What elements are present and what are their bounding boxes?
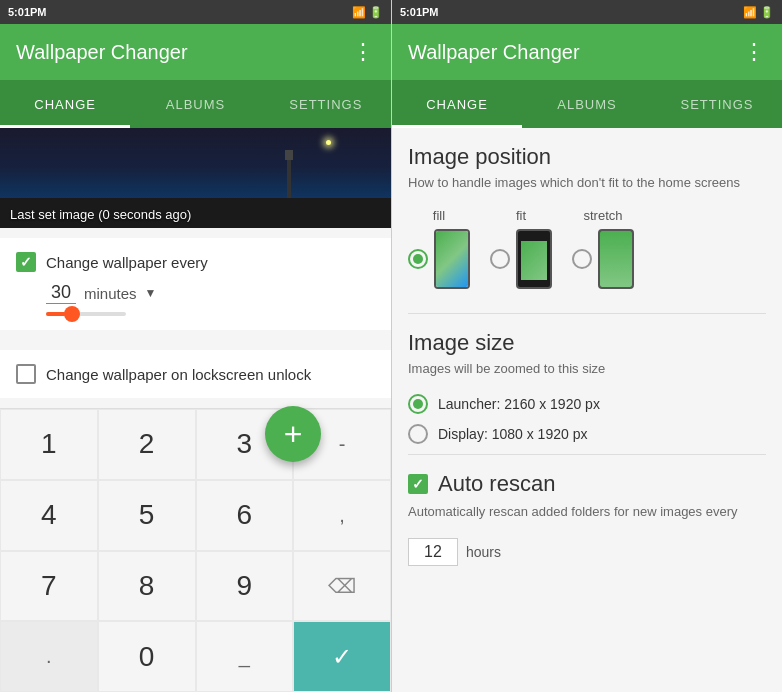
divider-2 [408,454,766,455]
left-panel: 5:01PM 📶 🔋 Wallpaper Changer ⋮ CHANGE AL… [0,0,391,692]
numpad: 1 2 3 - 4 5 6 , 7 8 9 ⌫ . 0 _ ✓ [0,408,391,692]
position-stretch-label: stretch [583,208,622,223]
change-every-card: Change wallpaper every 30 minutes ▼ [0,238,391,330]
fit-radio[interactable] [490,249,510,269]
key-5[interactable]: 5 [98,480,196,551]
backspace-icon: ⌫ [328,574,356,598]
status-time-right: 5:01PM [400,6,439,18]
key-0[interactable]: 0 [98,621,196,692]
battery-icon: 🔋 [369,6,383,19]
divider-1 [408,313,766,314]
status-bar-right: 5:01PM 📶 🔋 [392,0,782,24]
overflow-menu-right[interactable]: ⋮ [743,39,766,65]
tab-albums-right[interactable]: ALBUMS [522,80,652,128]
app-bar-right: Wallpaper Changer ⋮ [392,24,782,80]
key-comma[interactable]: , [293,480,391,551]
signal-icon: 📶 [743,6,757,19]
app-title-left: Wallpaper Changer [16,41,188,64]
fit-radio-row [490,229,552,289]
slider-track[interactable] [46,312,126,316]
image-size-desc: Images will be zoomed to this size [408,360,766,378]
auto-rescan-desc: Automatically rescan added folders for n… [408,503,766,521]
fill-radio-row [408,229,470,289]
interval-dropdown[interactable]: ▼ [145,286,157,300]
fit-phone [516,229,552,289]
fab-button[interactable]: + [265,406,321,462]
right-panel: 5:01PM 📶 🔋 Wallpaper Changer ⋮ CHANGE AL… [391,0,782,692]
preview-caption: Last set image (0 seconds ago) [10,207,191,222]
fill-radio[interactable] [408,249,428,269]
position-fill-label: fill [433,208,445,223]
auto-rescan-title: Auto rescan [438,471,555,497]
status-icons-left: 📶 🔋 [352,6,383,19]
auto-rescan-checkbox[interactable] [408,474,428,494]
image-position-title: Image position [408,144,766,170]
app-title-right: Wallpaper Changer [408,41,580,64]
key-backspace[interactable]: ⌫ [293,551,391,622]
image-position-desc: How to handle images which don't fit to … [408,174,766,192]
interval-row: 30 minutes ▼ [16,282,375,304]
interval-unit: minutes [84,285,137,302]
fab-icon: + [284,416,303,453]
status-bar-left: 5:01PM 📶 🔋 [0,0,391,24]
stretch-radio-row [572,229,634,289]
tab-albums-left[interactable]: ALBUMS [130,80,260,128]
key-8[interactable]: 8 [98,551,196,622]
key-6[interactable]: 6 [196,480,294,551]
done-icon: ✓ [332,643,352,671]
lights-decoration [326,140,331,145]
key-1[interactable]: 1 [0,409,98,480]
sim-icon: 📶 [352,6,366,19]
stretch-phone [598,229,634,289]
tabs-right: CHANGE ALBUMS SETTINGS [392,80,782,128]
hours-row: 12 hours [408,538,766,566]
change-every-checkbox[interactable] [16,252,36,272]
position-options: fill fit str [408,208,766,289]
display-label: Display: 1080 x 1920 px [438,426,587,442]
overflow-menu-left[interactable]: ⋮ [352,39,375,65]
stretch-radio[interactable] [572,249,592,269]
key-underscore[interactable]: _ [196,621,294,692]
key-done[interactable]: ✓ [293,621,391,692]
key-4[interactable]: 4 [0,480,98,551]
interval-value[interactable]: 30 [46,282,76,304]
lockscreen-row[interactable]: Change wallpaper on lockscreen unlock [16,364,375,384]
app-bar-left: Wallpaper Changer ⋮ [0,24,391,80]
display-option[interactable]: Display: 1080 x 1920 px [408,424,766,444]
launcher-option[interactable]: Launcher: 2160 x 1920 px [408,394,766,414]
status-icons-right: 📶 🔋 [743,6,774,19]
battery-icon-right: 🔋 [760,6,774,19]
key-2[interactable]: 2 [98,409,196,480]
tab-change-right[interactable]: CHANGE [392,80,522,128]
auto-rescan-row: Auto rescan [408,471,766,497]
change-every-row[interactable]: Change wallpaper every [16,252,375,272]
position-stretch[interactable]: stretch [572,208,634,289]
lockscreen-label: Change wallpaper on lockscreen unlock [46,366,311,383]
tabs-left: CHANGE ALBUMS SETTINGS [0,80,391,128]
hours-label: hours [466,544,501,560]
key-dot[interactable]: . [0,621,98,692]
key-7[interactable]: 7 [0,551,98,622]
slider-thumb[interactable] [64,306,80,322]
settings-content: Image position How to handle images whic… [392,128,782,692]
hours-input[interactable]: 12 [408,538,458,566]
wallpaper-preview: Last set image (0 seconds ago) [0,128,391,228]
tab-settings-right[interactable]: SETTINGS [652,80,782,128]
status-time-left: 5:01PM [8,6,47,18]
tab-change-left[interactable]: CHANGE [0,80,130,128]
position-fit-label: fit [516,208,526,223]
position-fill[interactable]: fill [408,208,470,289]
lockscreen-card: Change wallpaper on lockscreen unlock [0,350,391,398]
position-fit[interactable]: fit [490,208,552,289]
key-9[interactable]: 9 [196,551,294,622]
fill-phone [434,229,470,289]
tab-settings-left[interactable]: SETTINGS [261,80,391,128]
change-every-label: Change wallpaper every [46,254,208,271]
tower-decoration [287,158,291,203]
launcher-label: Launcher: 2160 x 1920 px [438,396,600,412]
image-size-title: Image size [408,330,766,356]
launcher-radio[interactable] [408,394,428,414]
display-radio[interactable] [408,424,428,444]
lockscreen-checkbox[interactable] [16,364,36,384]
interval-slider[interactable] [16,312,375,316]
